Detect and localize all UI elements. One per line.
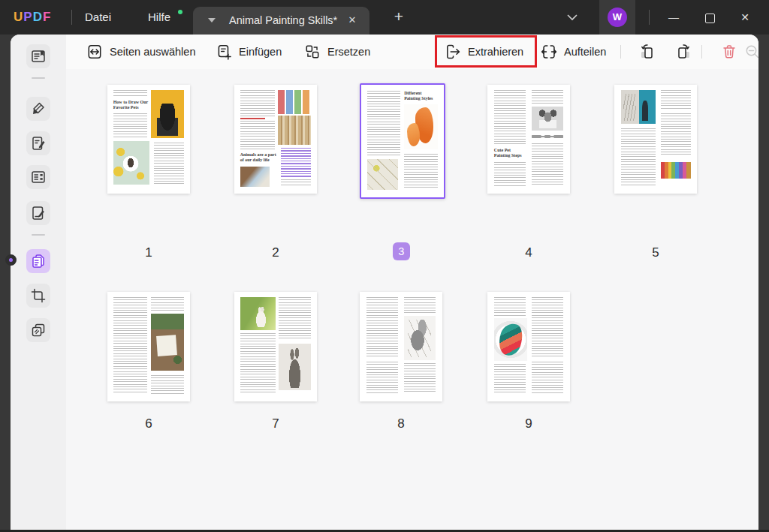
text-lines — [151, 297, 184, 311]
sidebar-item-organize-pages[interactable] — [26, 249, 50, 273]
menu-datei[interactable]: Datei — [85, 0, 111, 35]
rotate-left-icon — [638, 43, 656, 61]
close-button[interactable]: ✕ — [732, 0, 758, 35]
thumb-heading: Cute Pet Painting Steps — [494, 148, 527, 158]
divider — [32, 234, 45, 236]
minimize-button[interactable]: — — [661, 0, 686, 35]
edit-icon — [30, 135, 47, 152]
text-lines — [661, 90, 692, 110]
divider — [71, 10, 72, 25]
split-button[interactable]: Aufteilen — [541, 35, 606, 69]
highlight-annotation — [435, 35, 537, 68]
split-icon — [541, 44, 557, 60]
palette-photo — [278, 90, 311, 114]
text-lines — [494, 297, 526, 316]
text-lines — [404, 154, 438, 190]
text-lines — [154, 143, 185, 185]
select-pages-label: Seiten auswählen — [110, 46, 195, 58]
page-number-badge: 3 — [393, 242, 410, 260]
text-lines — [113, 297, 147, 393]
page-thumbnail-1[interactable]: How to Draw Our Favorite Pets — [107, 85, 190, 194]
sidebar-collapse-handle[interactable] — [5, 254, 17, 266]
sketches-row — [532, 133, 563, 140]
photo-block — [532, 107, 563, 131]
insert-label: Einfügen — [239, 46, 282, 58]
zoom-out-icon — [743, 43, 758, 61]
pencils-photo — [661, 162, 692, 179]
page-thumbnail-4[interactable]: Cute Pet Painting Steps — [487, 85, 570, 194]
tab-close-icon[interactable]: ✕ — [345, 14, 359, 27]
menu-hilfe[interactable]: Hilfe — [148, 0, 170, 35]
title-bar: UPDF Datei Hilfe Animal Painting Skills*… — [0, 0, 769, 35]
palette-grid — [278, 90, 311, 114]
chevron-down-icon[interactable] — [208, 18, 216, 23]
photo-block — [367, 159, 399, 190]
avatar[interactable]: W — [608, 8, 627, 27]
page-thumbnail-2[interactable]: Animals are a part of our daily life — [234, 85, 317, 194]
select-pages-button[interactable]: Seiten auswählen — [86, 35, 195, 69]
page-thumbnail-6[interactable] — [107, 292, 190, 401]
new-tab-button[interactable]: + — [389, 7, 409, 28]
text-lines — [113, 90, 147, 97]
rotate-right-icon — [674, 43, 692, 61]
photo-block — [494, 318, 527, 361]
zoom-out-button[interactable] — [743, 43, 758, 61]
rotate-right-button[interactable] — [674, 43, 692, 61]
text-lines — [661, 113, 692, 157]
page-number: 9 — [487, 416, 570, 431]
person-figure — [642, 101, 647, 121]
account-button[interactable]: W — [599, 0, 635, 35]
pug-photo — [157, 104, 178, 136]
insert-button[interactable]: Einfügen — [216, 35, 282, 69]
text-lines — [404, 297, 436, 314]
page-thumbnail-7[interactable] — [234, 292, 317, 401]
page-number: 2 — [234, 245, 317, 260]
rotate-left-button[interactable] — [638, 43, 656, 61]
text-lines — [367, 91, 400, 156]
replace-label: Ersetzen — [327, 46, 370, 58]
sidebar-item-form[interactable] — [26, 165, 50, 189]
chevron-down-icon[interactable] — [567, 14, 578, 21]
text-lines — [621, 128, 656, 186]
sign-icon — [30, 205, 47, 221]
replace-icon — [304, 44, 321, 60]
maximize-button[interactable] — [697, 0, 722, 35]
horse-sketch — [408, 320, 432, 357]
page-thumbnail-3[interactable]: Different Painting Styles — [360, 83, 445, 199]
page-number: 6 — [107, 416, 190, 431]
replace-button[interactable]: Ersetzen — [304, 35, 370, 69]
page-thumbnail-5[interactable] — [614, 85, 697, 194]
highlighter-icon — [30, 101, 47, 117]
notification-dot — [178, 10, 182, 14]
sidebar-item-stamp[interactable] — [26, 318, 50, 342]
trash-icon — [720, 43, 738, 61]
divider — [32, 77, 45, 79]
document-tab[interactable]: Animal Painting Skills* ✕ — [193, 7, 369, 35]
fox-shape — [407, 123, 420, 146]
updf-logo: UPDF — [14, 0, 51, 35]
organize-pages-icon — [30, 253, 47, 269]
sidebar-item-comment[interactable] — [26, 97, 50, 121]
sidebar-item-sign[interactable] — [26, 201, 50, 225]
text-lines — [240, 333, 276, 393]
page-thumbnail-8[interactable] — [360, 292, 442, 401]
select-pages-icon — [86, 44, 103, 60]
highlighted-text-lines — [281, 148, 312, 177]
dog-photo — [539, 110, 556, 129]
page-number: 7 — [234, 416, 317, 431]
rabbit-photo — [254, 307, 268, 327]
dog-drawing — [127, 158, 134, 168]
sidebar-item-crop[interactable] — [26, 284, 50, 308]
handle-dot — [9, 258, 13, 262]
tool-sidebar — [11, 35, 66, 530]
sidebar-item-reader[interactable] — [26, 44, 50, 68]
text-lines — [366, 297, 398, 357]
page-thumbnail-9[interactable] — [487, 292, 570, 401]
tab-title: Animal Painting Skills* — [229, 7, 337, 35]
text-lines — [532, 90, 563, 104]
delete-page-button[interactable] — [720, 43, 738, 61]
sidebar-item-edit[interactable] — [26, 131, 50, 155]
photo-block — [279, 344, 311, 391]
thumb-heading: Different Painting Styles — [404, 91, 439, 101]
text-lines — [240, 90, 275, 116]
